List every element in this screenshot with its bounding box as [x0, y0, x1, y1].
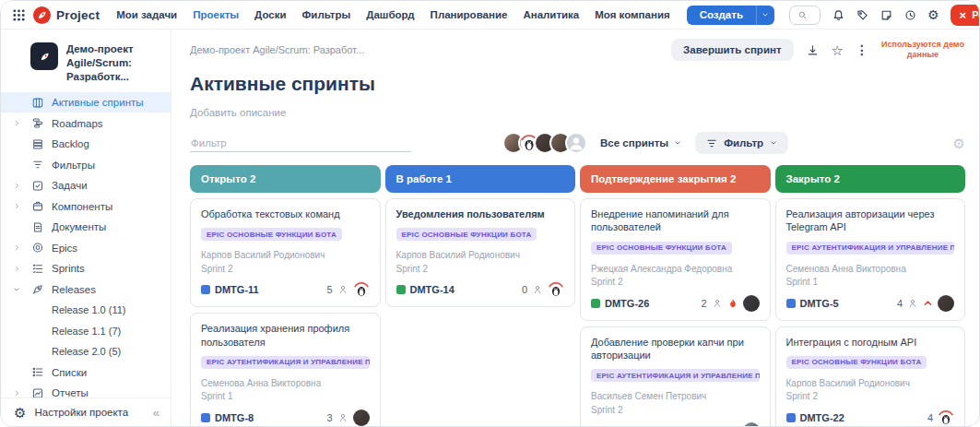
issue-key[interactable]: DMTG-5 [800, 298, 839, 309]
sidebar-item-components[interactable]: Компоненты [1, 196, 171, 217]
star-icon[interactable]: ☆ [832, 43, 844, 57]
tag-icon[interactable] [856, 8, 869, 22]
chevron-right-icon[interactable] [10, 182, 23, 190]
chevron-right-icon[interactable] [10, 265, 23, 273]
sidebar-item-lists[interactable]: Списки [1, 362, 171, 383]
breadcrumb[interactable]: Демо-проект Agile/Scrum: Разработ... [190, 44, 364, 55]
avatar [743, 422, 760, 426]
issue-key[interactable]: DMTG-26 [605, 298, 649, 309]
nav-boards[interactable]: Доски [254, 9, 286, 20]
task-card-DMTG-11[interactable]: Обработка текстовых командEPIC ОСНОВНЫЕ … [190, 198, 381, 307]
note-icon[interactable] [880, 8, 893, 22]
chevron-right-icon[interactable] [10, 243, 23, 252]
epic-badge[interactable]: EPIC ОСНОВНЫЕ ФУНКЦИИ БОТА [396, 228, 537, 241]
sidebar-item-label: Release 2.0 (5) [52, 346, 121, 357]
collapse-sidebar-icon[interactable]: « [153, 406, 159, 420]
card-sprint: Sprint 2 [396, 263, 565, 276]
filter-button[interactable]: Фильтр [695, 132, 788, 154]
issue-key[interactable]: DMTG-14 [410, 284, 455, 295]
complete-sprint-button[interactable]: Завершить спринт [671, 39, 794, 61]
nav-company[interactable]: Моя компания [595, 9, 669, 20]
sidebar-item-backlog[interactable]: Backlog [1, 134, 171, 155]
column-header[interactable]: Подтверждение закрытия 2 [580, 165, 771, 193]
column-title: Подтверждение закрытия 2 [591, 173, 736, 184]
nav-planning[interactable]: Планирование [431, 9, 508, 20]
task-card-DMTG-14[interactable]: Уведомления пользователямEPIC ОСНОВНЫЕ Ф… [385, 198, 576, 307]
chevron-down-icon[interactable] [10, 285, 23, 294]
sidebar-item-release-1-1[interactable]: Release 1.1 (7) [1, 320, 171, 341]
epic-badge[interactable]: EPIC АУТЕНТИФИКАЦИЯ И УПРАВЛЕНИЕ ПОЛЬЗОВ… [201, 356, 370, 369]
create-button[interactable]: Создать [687, 6, 756, 25]
rocket-icon [30, 282, 45, 296]
history-icon[interactable] [903, 8, 917, 22]
nav-projects[interactable]: Проекты [193, 9, 239, 20]
column-header[interactable]: Открыто 2 [190, 165, 381, 193]
sidebar-item-label: Backlog [52, 138, 89, 149]
chevron-right-icon[interactable] [10, 202, 23, 210]
sidebar-item-release-1-0[interactable]: Release 1.0 (11) [1, 300, 171, 321]
card-assignee: Семенова Анна Викторовна [786, 263, 955, 276]
nav-my-tasks[interactable]: Мои задачи [116, 9, 177, 20]
card-sprint: Sprint 2 [201, 263, 370, 276]
story-points: 2 [701, 298, 706, 309]
assignee-person-icon [907, 298, 918, 309]
task-card-DMTG-26[interactable]: Внедрение напоминаний для пользователейE… [580, 198, 771, 321]
issue-key[interactable]: DMTG-11 [215, 284, 259, 295]
issue-key[interactable]: DMTG-21 [605, 425, 649, 426]
card-meta: 3 [326, 409, 369, 426]
sidebar-item-active-sprints[interactable]: Активные спринты [1, 92, 171, 113]
task-card-DMTG-22[interactable]: Интеграция с погодным APIEPIC ОСНОВНЫЕ Ф… [775, 326, 966, 426]
task-card-DMTG-8[interactable]: Реализация хранения профиля пользователя… [190, 313, 381, 426]
sidebar-item-documents[interactable]: Документы [1, 217, 171, 238]
epic-badge[interactable]: EPIC АУТЕНТИФИКАЦИЯ И УПРАВЛЕНИЕ ПОЛЬЗОВ… [786, 242, 955, 255]
board-settings-icon[interactable]: ⚙ [953, 136, 965, 150]
sidebar-item-tasks[interactable]: Задачи [1, 175, 171, 196]
card-assignee: Ржецкая Александра Федоровна [591, 263, 760, 276]
download-icon[interactable] [806, 43, 820, 57]
column-header[interactable]: В работе 1 [385, 165, 576, 193]
add-description-link[interactable]: Добавить описание [190, 107, 965, 118]
issue-key[interactable]: DMTG-8 [215, 412, 254, 423]
epic-icon [30, 241, 45, 255]
epic-badge[interactable]: EPIC ОСНОВНЫЕ ФУНКЦИИ БОТА [201, 228, 342, 241]
more-options-icon[interactable]: ⋮ [856, 43, 868, 56]
admin-mode-button[interactable]: × Режим администратора [950, 5, 980, 26]
board-filter-input[interactable] [190, 135, 411, 152]
nav-analytics[interactable]: Аналитика [523, 9, 579, 20]
chevron-right-icon[interactable] [10, 119, 23, 127]
sidebar-item-label: Releases [52, 284, 96, 295]
epic-badge[interactable]: EPIC АУТЕНТИФИКАЦИЯ И УПРАВЛЕНИЕ ПОЛЬЗОВ… [591, 369, 760, 382]
epic-badge[interactable]: EPIC ОСНОВНЫЕ ФУНКЦИИ БОТА [591, 242, 732, 255]
rocket-logo-icon [33, 6, 51, 24]
sidebar-item-releases[interactable]: Releases [1, 279, 171, 300]
column-header[interactable]: Закрыто 2 [775, 165, 966, 193]
sprint-selector[interactable]: Все спринты [600, 137, 682, 148]
search-icon [797, 10, 808, 20]
roadmap-icon [30, 116, 45, 130]
sidebar-item-epics[interactable]: Epics [1, 237, 171, 258]
bell-icon[interactable] [832, 8, 845, 22]
nav-filters[interactable]: Фильтры [302, 9, 351, 20]
card-footer: DMTG-210 [591, 422, 760, 426]
sidebar-item-sprints[interactable]: Sprints [1, 258, 171, 279]
story-points: 0 [732, 425, 738, 426]
task-card-DMTG-21[interactable]: Добавление проверки капчи при авторизаци… [580, 326, 771, 426]
create-dropdown-button[interactable] [756, 6, 774, 25]
epic-badge[interactable]: EPIC ОСНОВНЫЕ ФУНКЦИИ БОТА [786, 356, 927, 369]
search-box[interactable] [789, 6, 821, 25]
app-logo[interactable]: Project [33, 6, 100, 24]
sidebar-item-release-2-0[interactable]: Release 2.0 (5) [1, 341, 171, 362]
sidebar-item-roadmaps[interactable]: Roadmaps [1, 113, 171, 134]
card-meta: 2 [701, 295, 759, 312]
nav-dashboard[interactable]: Дашборд [366, 9, 414, 20]
avatar[interactable] [565, 132, 587, 154]
sidebar-item-reports[interactable]: Отчеты [1, 383, 171, 397]
gear-icon[interactable]: ⚙ [927, 8, 939, 21]
sidebar-item-filters[interactable]: Фильтры [1, 154, 171, 175]
issue-key[interactable]: DMTG-22 [800, 412, 844, 423]
apps-grid-icon[interactable] [12, 8, 26, 22]
task-card-DMTG-5[interactable]: Реализация авторизации через Telegram AP… [775, 198, 966, 321]
chevron-right-icon[interactable] [10, 389, 23, 397]
project-settings[interactable]: ⚙ Настройки проекта « [1, 397, 171, 426]
project-header[interactable]: Демо-проект Agile/Scrum: Разработк... [1, 35, 171, 92]
